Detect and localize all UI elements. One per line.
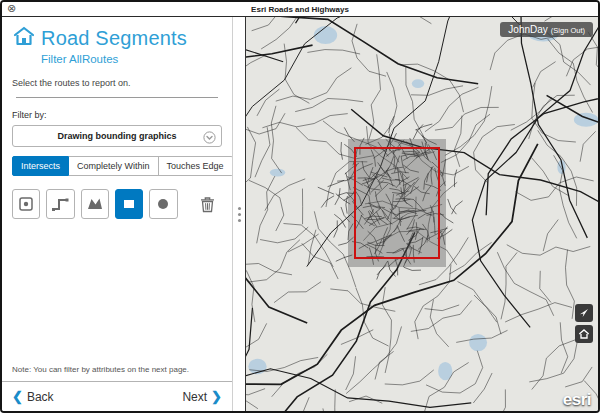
trash-icon	[198, 195, 217, 214]
draw-polygon-tool[interactable]	[81, 189, 109, 219]
draw-rectangle-icon	[120, 195, 138, 213]
home-icon	[578, 328, 590, 340]
home-extent-button[interactable]	[575, 325, 593, 343]
panel-splitter	[232, 17, 245, 411]
panel-header: Road Segments	[12, 25, 222, 51]
window-title: Esri Roads and Highways	[251, 5, 349, 14]
draw-line-icon	[51, 195, 69, 213]
next-label: Next	[182, 390, 207, 404]
splitter-drag-handle[interactable]	[235, 201, 244, 228]
filter-method-dropdown[interactable]: Drawing bounding graphics	[12, 125, 222, 147]
navigation-arrow-icon	[578, 307, 590, 319]
back-label: Back	[27, 390, 54, 404]
draw-circle-tool[interactable]	[149, 189, 177, 219]
map-canvas[interactable]: JohnDay (Sign Out) esri	[245, 17, 598, 411]
instruction-text: Select the routes to report on.	[12, 78, 222, 88]
draw-rectangle-tool[interactable]	[115, 189, 143, 219]
locate-arrow-button[interactable]	[575, 304, 593, 322]
filter-by-label: Filter by:	[12, 110, 222, 120]
chevron-right-icon: ❯	[211, 389, 222, 404]
draw-point-tool[interactable]	[12, 189, 40, 219]
app-window: ⊗ Esri Roads and Highways Road Segments …	[0, 0, 600, 413]
esri-logo: esri	[563, 390, 591, 410]
draw-polygon-icon	[86, 195, 104, 213]
back-button[interactable]: ❮ Back	[12, 389, 54, 404]
title-bar: ⊗ Esri Roads and Highways	[2, 2, 598, 17]
draw-line-tool[interactable]	[46, 189, 74, 219]
dropdown-value: Drawing bounding graphics	[58, 131, 177, 141]
note-text: Note: You can filter by attributes on th…	[12, 365, 222, 374]
filter-allroutes-link[interactable]: Filter AllRoutes	[41, 53, 222, 65]
user-name: JohnDay	[508, 24, 547, 35]
clear-graphics-button[interactable]	[194, 189, 222, 219]
map-controls	[575, 304, 593, 343]
draw-circle-icon	[154, 195, 172, 213]
user-badge: JohnDay (Sign Out)	[500, 22, 593, 37]
draw-tools	[12, 189, 222, 219]
close-icon[interactable]: ⊗	[7, 3, 16, 14]
chevron-down-icon	[203, 130, 216, 148]
home-house-icon	[12, 25, 36, 51]
tab-intersects[interactable]: Intersects	[12, 156, 69, 176]
page-title: Road Segments	[41, 27, 187, 50]
wizard-nav: ❮ Back Next ❯	[2, 381, 232, 411]
spatial-relation-tabs: Intersects Completely Within Touches Edg…	[12, 156, 222, 176]
tab-completely-within[interactable]: Completely Within	[69, 156, 159, 176]
next-button[interactable]: Next ❯	[182, 389, 222, 404]
divider-line	[16, 97, 218, 98]
chevron-left-icon: ❮	[12, 389, 23, 404]
tab-touches-edge[interactable]: Touches Edge	[159, 156, 233, 176]
draw-point-icon	[17, 195, 35, 213]
left-panel: Road Segments Filter AllRoutes Select th…	[2, 17, 232, 411]
selection-rectangle	[354, 147, 440, 259]
sign-out-link[interactable]: (Sign Out)	[551, 26, 585, 35]
